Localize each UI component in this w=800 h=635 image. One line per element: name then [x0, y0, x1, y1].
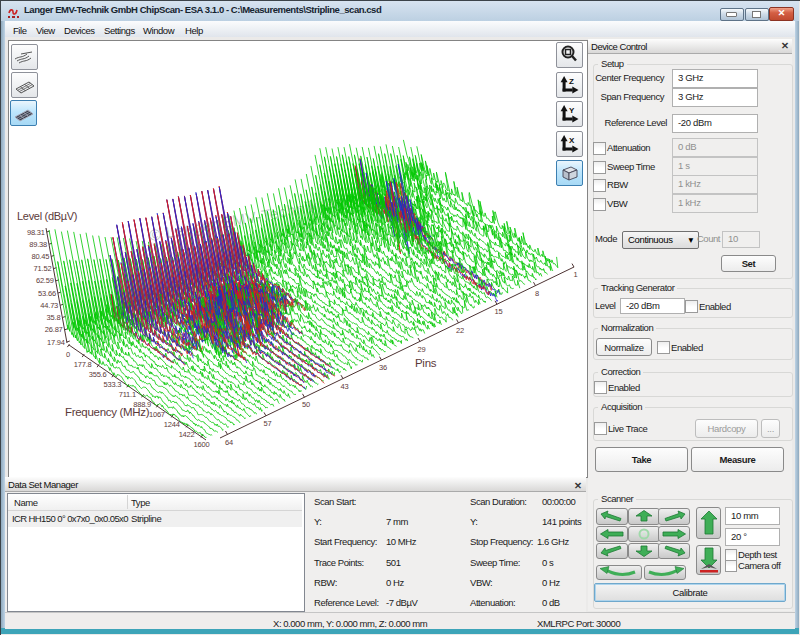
- svg-text:22: 22: [456, 326, 464, 335]
- svg-text:43: 43: [341, 382, 349, 391]
- svg-text:57: 57: [264, 419, 272, 428]
- svg-text:X: X: [569, 136, 575, 145]
- svg-text:1422: 1422: [179, 430, 195, 439]
- svg-text:62.59: 62.59: [36, 276, 54, 285]
- svg-text:89.38: 89.38: [29, 240, 47, 249]
- svg-text:177.8: 177.8: [74, 360, 92, 369]
- svg-text:50: 50: [302, 400, 310, 409]
- svg-text:711.1: 711.1: [119, 390, 136, 399]
- svg-text:355.6: 355.6: [89, 370, 107, 379]
- svg-text:53.66: 53.66: [38, 289, 56, 298]
- svg-text:29: 29: [418, 345, 426, 354]
- svg-text:36: 36: [379, 363, 387, 372]
- svg-text:1244: 1244: [164, 420, 180, 429]
- svg-text:Z: Z: [569, 77, 574, 86]
- svg-text:533.3: 533.3: [104, 380, 122, 389]
- svg-text:80.45: 80.45: [31, 252, 49, 261]
- svg-text:1: 1: [574, 270, 578, 279]
- svg-text:Pins: Pins: [415, 357, 437, 369]
- svg-text:1067: 1067: [149, 410, 165, 419]
- svg-text:64: 64: [225, 438, 233, 447]
- svg-text:17.94: 17.94: [47, 338, 65, 347]
- svg-text:35.8: 35.8: [47, 313, 61, 322]
- svg-text:26.87: 26.87: [45, 325, 63, 334]
- svg-text:Frequency (MHz): Frequency (MHz): [65, 406, 150, 418]
- svg-text:8: 8: [535, 289, 539, 298]
- svg-text:98.31: 98.31: [27, 228, 45, 237]
- svg-text:0: 0: [66, 350, 70, 359]
- svg-text:71.52: 71.52: [34, 264, 52, 273]
- svg-text:1600: 1600: [194, 440, 210, 449]
- svg-text:Level (dBµV): Level (dBµV): [17, 210, 77, 222]
- svg-text:15: 15: [495, 307, 503, 316]
- svg-text:Y: Y: [569, 106, 575, 115]
- svg-text:44.73: 44.73: [40, 301, 58, 310]
